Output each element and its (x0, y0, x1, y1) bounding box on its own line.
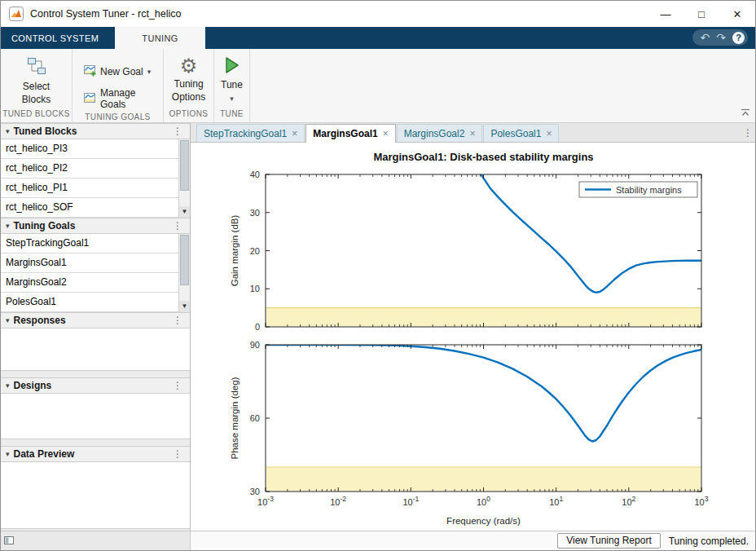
doc-tab-polesgoal1[interactable]: PolesGoal1 × (483, 124, 559, 142)
kebab-menu-icon[interactable]: ⋮ (170, 448, 185, 460)
tuning-options-label: Tuning Options (169, 78, 209, 104)
close-icon: ✕ (733, 8, 742, 20)
scroll-down-icon: ▼ (182, 302, 188, 310)
gain-margin-plot: 010203040Gain margin (dB)Stability margi… (191, 167, 756, 337)
close-button[interactable]: ✕ (719, 1, 755, 27)
minimize-icon: — (661, 8, 671, 20)
dock-panel-icon[interactable] (4, 536, 14, 547)
tune-button[interactable]: Tune ▾ (214, 53, 249, 106)
toolbar-group-options: ⚙ Tuning Options OPTIONS (164, 49, 214, 122)
tune-label: Tune (221, 79, 243, 92)
select-blocks-button[interactable]: Select Blocks (11, 53, 63, 109)
svg-text:Frequency (rad/s): Frequency (rad/s) (446, 516, 521, 526)
list-item[interactable]: rct_helico_PI3 (1, 139, 190, 159)
kebab-menu-icon[interactable]: ⋮ (170, 315, 185, 326)
svg-text:Stability margins: Stability margins (616, 185, 682, 195)
undo-icon[interactable]: ↶ (701, 32, 710, 43)
tuning-options-button[interactable]: ⚙ Tuning Options (162, 53, 216, 107)
svg-text:101: 101 (549, 495, 563, 507)
list-item[interactable]: StepTrackingGoal1 (1, 234, 190, 253)
close-tab-icon[interactable]: × (469, 128, 475, 139)
panel-header-data-preview[interactable]: ▾ Data Preview ⋮ (1, 446, 190, 462)
help-icon[interactable]: ? (732, 32, 745, 44)
kebab-menu-icon[interactable]: ⋮ (741, 127, 755, 139)
close-tab-icon[interactable]: × (383, 128, 389, 139)
window-controls: — □ ✕ (648, 1, 755, 27)
scroll-down-button[interactable]: ▼ (179, 206, 190, 218)
tab-label: CONTROL SYSTEM (11, 33, 99, 43)
toolbar-group-tune: Tune ▾ TUNE (214, 49, 250, 122)
panel-title: Designs (14, 380, 52, 391)
panel-header-tuned-blocks[interactable]: ▾ Tuned Blocks ⋮ (1, 123, 190, 139)
scrollbar-thumb[interactable] (180, 235, 189, 285)
main-area: ▾ Tuned Blocks ⋮ rct_helico_PI3 rct_heli… (1, 123, 755, 531)
select-blocks-icon (26, 56, 47, 78)
manage-goals-icon (83, 91, 96, 107)
manage-goals-button[interactable]: Manage Goals (79, 85, 163, 112)
svg-text:Phase margin (deg): Phase margin (deg) (230, 377, 240, 459)
quick-access-toolbar: ↶ ↷ ? (692, 29, 748, 46)
svg-text:10-2: 10-2 (330, 495, 346, 507)
maximize-button[interactable]: □ (683, 1, 719, 27)
svg-text:Gain margin (dB): Gain margin (dB) (230, 215, 240, 287)
scrollbar[interactable]: ▼ (178, 234, 190, 312)
chevron-down-icon: ▾ (6, 222, 10, 230)
ribbon-toolbar: Select Blocks TUNED BLOCKS (1, 49, 755, 123)
doc-tab-marginsgoal1[interactable]: MarginsGoal1 × (305, 124, 395, 143)
svg-text:103: 103 (695, 495, 709, 507)
doc-tab-label: StepTrackingGoal1 (204, 128, 287, 139)
list-item[interactable]: rct_helico_PI2 (1, 159, 190, 179)
panel-header-responses[interactable]: ▾ Responses ⋮ (1, 312, 190, 328)
ribbon-tab-bar: CONTROL SYSTEM TUNING ↶ ↷ ? (1, 27, 755, 49)
view-tuning-report-button[interactable]: View Tuning Report (557, 533, 661, 549)
new-goal-icon (83, 64, 96, 79)
kebab-menu-icon[interactable]: ⋮ (170, 380, 185, 391)
svg-text:10-1: 10-1 (402, 495, 419, 507)
manage-goals-label: Manage Goals (100, 87, 159, 110)
kebab-menu-icon[interactable]: ⋮ (170, 220, 185, 231)
panel-title: Tuning Goals (14, 220, 76, 231)
tab-control-system[interactable]: CONTROL SYSTEM (1, 27, 109, 49)
list-item[interactable]: rct_helico_PI1 (1, 179, 190, 198)
redo-icon[interactable]: ↷ (716, 32, 726, 43)
tab-tuning[interactable]: TUNING (115, 27, 205, 49)
status-bar: View Tuning Report Tuning completed. (1, 531, 755, 550)
close-tab-icon[interactable]: × (546, 128, 552, 139)
chevron-down-icon: ▾ (6, 450, 10, 458)
kebab-menu-icon[interactable]: ⋮ (170, 126, 185, 137)
figure-canvas: MarginsGoal1: Disk-based stability margi… (191, 143, 755, 531)
minimize-button[interactable]: — (648, 1, 683, 27)
scroll-down-icon: ▼ (182, 208, 188, 215)
document-pane: StepTrackingGoal1 × MarginsGoal1 × Margi… (191, 123, 755, 531)
scrollbar[interactable]: ▼ (178, 139, 190, 218)
list-item[interactable]: MarginsGoal2 (1, 273, 190, 293)
toolbar-group-tuning-goals: New Goal ▾ Manage Goals (73, 49, 164, 122)
panel-header-designs[interactable]: ▾ Designs ⋮ (1, 377, 190, 394)
play-icon (224, 56, 240, 77)
doc-tab-marginsgoal2[interactable]: MarginsGoal2 × (397, 124, 483, 142)
doc-tab-label: PolesGoal1 (490, 128, 541, 139)
scroll-down-button[interactable]: ▼ (179, 301, 190, 312)
new-goal-button[interactable]: New Goal ▾ (79, 61, 163, 82)
panel-gap (1, 439, 190, 446)
doc-tab-label: MarginsGoal1 (313, 128, 377, 139)
collapse-ribbon-icon[interactable] (741, 108, 750, 119)
close-tab-icon[interactable]: × (292, 128, 297, 139)
chevron-down-icon: ▾ (6, 316, 10, 324)
svg-text:90: 90 (250, 340, 260, 350)
panel-header-tuning-goals[interactable]: ▾ Tuning Goals ⋮ (1, 218, 190, 234)
tuned-blocks-list: rct_helico_PI3 rct_helico_PI2 rct_helico… (1, 139, 190, 218)
control-system-tuner-window: Control System Tuner - rct_helico — □ ✕ … (0, 0, 756, 551)
list-item[interactable]: MarginsGoal1 (1, 253, 190, 273)
new-goal-label: New Goal (100, 66, 143, 77)
list-item[interactable]: rct_helico_SOF (1, 198, 190, 218)
chevron-down-icon: ▾ (6, 381, 10, 390)
document-tab-strip: StepTrackingGoal1 × MarginsGoal1 × Margi… (191, 123, 755, 143)
scrollbar-thumb[interactable] (180, 140, 189, 191)
section-label-tune: TUNE (214, 109, 249, 122)
svg-text:0: 0 (255, 322, 260, 332)
svg-text:10-3: 10-3 (257, 495, 274, 507)
phase-margin-plot: 30609010-310-210-1100101102103Phase marg… (191, 337, 756, 532)
list-item[interactable]: PolesGoal1 (1, 293, 190, 312)
doc-tab-steptrackinggoal1[interactable]: StepTrackingGoal1 × (196, 124, 305, 142)
